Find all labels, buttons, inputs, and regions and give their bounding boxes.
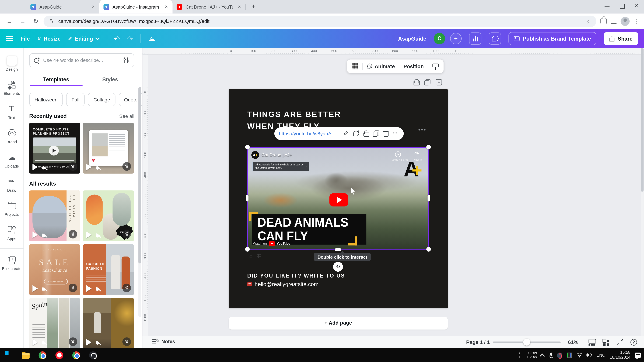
resize-handle[interactable] [426,247,431,252]
opera-icon[interactable] [56,351,63,359]
file-menu[interactable]: File [20,35,30,42]
profile-icon[interactable] [620,16,630,26]
see-all-link[interactable]: See all [119,113,134,119]
video-link[interactable]: https://youtu.be/w8yaaA [279,131,340,136]
email-row[interactable]: hello@reallygreatsite.com [247,281,318,287]
redo-button[interactable] [127,34,133,43]
volume-icon[interactable] [586,353,592,357]
language-indicator[interactable]: ENG [596,353,605,357]
sidebar-item[interactable]: Design [0,51,24,75]
lock-icon[interactable] [414,79,419,85]
opera-tray-icon[interactable] [557,352,562,358]
filter-chip[interactable]: Halloween [29,93,63,106]
tab-close-icon[interactable] [90,4,96,9]
sidebar-item[interactable]: Uploads [0,148,24,172]
share-arrow-icon[interactable] [414,151,419,157]
template-thumbnail[interactable]: COMPLETED HOUSEPLANNING PROJECT DID YOU … [29,123,80,174]
new-tab-button[interactable] [248,1,259,12]
back-button[interactable] [4,16,15,26]
fullscreen-icon[interactable] [616,339,624,346]
site-settings-icon[interactable] [48,18,55,24]
tab-close-icon[interactable] [164,4,169,9]
sidebar-item[interactable]: Text [0,100,24,124]
filter-icon[interactable] [123,57,130,64]
filter-chip[interactable]: Fall [66,93,85,106]
chrome-icon[interactable] [72,351,80,359]
add-member-button[interactable] [450,33,462,44]
explorer-icon[interactable] [22,353,30,359]
duplicate-icon[interactable] [373,130,379,137]
page-indicator[interactable]: Page 1 / 1 [466,340,490,345]
action-center-icon[interactable] [635,352,641,358]
obs-icon[interactable] [89,351,97,359]
share-button[interactable]: Share [604,32,638,45]
resize-handle[interactable] [428,195,430,202]
publish-brand-template-button[interactable]: Publish as Brand Template [508,32,596,45]
sidebar-item[interactable]: Elements [0,75,24,100]
download-icon[interactable] [611,18,616,24]
close-icon[interactable] [629,0,644,11]
zoom-level[interactable]: 61% [568,340,578,345]
reload-button[interactable] [30,16,41,26]
duplicate-page-icon[interactable] [424,79,430,85]
wifi-icon[interactable] [576,353,582,357]
menu-kebab-icon[interactable] [634,17,640,25]
template-thumbnail[interactable]: CATCH THEFASHION [83,244,134,295]
template-search[interactable]: ✦ [29,53,134,67]
insights-icon[interactable] [469,32,481,44]
grid-view-icon[interactable] [602,339,610,346]
tray-chevron-icon[interactable] [540,353,545,359]
lock-icon[interactable] [363,130,369,137]
delete-icon[interactable] [383,130,389,137]
canvas-scrollbar[interactable] [641,48,644,336]
animate-button[interactable]: Animate [367,63,395,69]
panel-tab[interactable]: Templates [29,73,83,86]
bookmark-star-icon[interactable] [586,17,591,25]
resize-handle[interactable] [335,248,342,251]
browser-tab[interactable]: AsapGuide - Instagram Post [100,0,172,13]
panel-scrollbar[interactable] [138,87,141,317]
forward-button[interactable] [17,16,28,26]
editing-mode-button[interactable]: Editing [68,35,99,42]
resize-handle[interactable] [245,247,250,252]
edit-icon[interactable] [343,130,350,137]
comment-icon[interactable] [489,32,501,44]
editor-canvas[interactable]: 010020030040050060070080090010001100 010… [142,48,644,336]
comment-add-icon[interactable] [353,130,359,137]
extensions-icon[interactable] [600,18,606,24]
template-thumbnail[interactable] [83,298,134,348]
undo-button[interactable] [114,34,120,43]
sidebar-item[interactable]: Apps [0,221,24,245]
mic-icon[interactable] [550,352,552,358]
start-icon[interactable] [5,351,13,359]
maximize-icon[interactable] [614,0,629,11]
browser-tab[interactable]: Cat Drone | AJ+ - YouTube [172,0,246,13]
tab-close-icon[interactable] [236,4,242,9]
chrome-icon[interactable] [39,351,46,359]
help-icon[interactable] [630,339,637,346]
design-page[interactable]: THINGS ARE BETTERWHEN THEY FLY https://y… [229,89,448,308]
zoom-slider-thumb[interactable] [523,339,530,346]
panel-tab[interactable]: Styles [83,73,137,86]
resize-button[interactable]: ♛Resize [37,35,60,42]
template-thumbnail[interactable]: UP TO 50% OFFSALE Last ChanceSHOP NOW [29,244,80,295]
cta-text[interactable]: DID YOU LIKE IT? WRITE TO US [247,273,345,279]
template-thumbnail[interactable]: Spain [29,298,80,348]
template-thumbnail[interactable] [83,123,134,174]
watch-on-youtube[interactable]: Watch on YouTube [253,241,290,246]
resize-handle[interactable] [246,195,248,202]
notes-button[interactable]: Notes [152,339,175,344]
youtube-play-button[interactable] [329,193,348,206]
app-tray-icon[interactable] [567,352,572,358]
filter-chip[interactable]: Collage [88,93,116,106]
minimize-icon[interactable] [600,0,614,11]
pages-view-icon[interactable] [588,339,596,346]
resize-handle[interactable] [245,145,250,149]
browser-tab[interactable]: AsapGuide [26,0,100,13]
paint-roller-icon[interactable] [432,63,438,70]
add-page-icon[interactable] [436,79,442,85]
resize-handle[interactable] [426,145,431,149]
transparency-icon[interactable] [352,63,358,69]
video-channel-title[interactable]: Cat Drone | AJ+ [262,152,292,157]
add-page-button[interactable]: + Add page [229,317,448,330]
